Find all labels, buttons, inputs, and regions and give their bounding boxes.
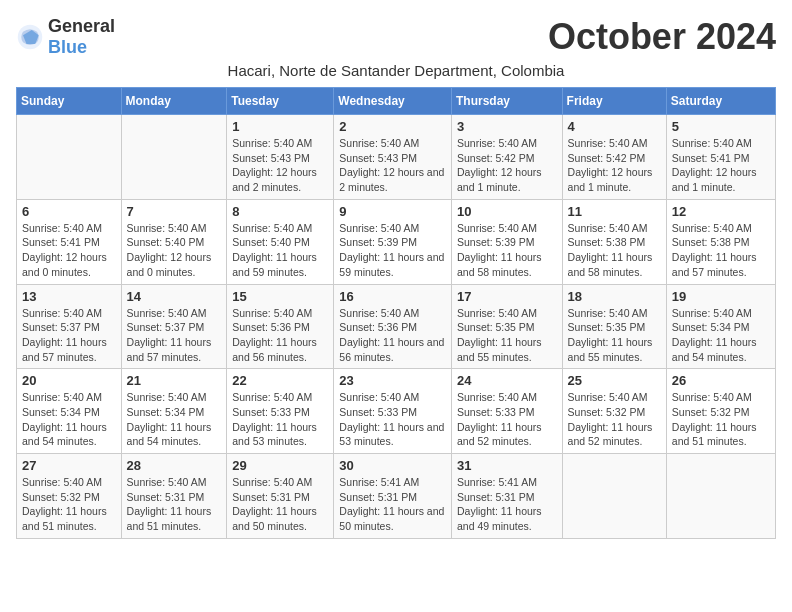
day-detail: Sunrise: 5:40 AMSunset: 5:34 PMDaylight:…	[127, 390, 222, 449]
day-detail: Sunrise: 5:41 AMSunset: 5:31 PMDaylight:…	[339, 475, 446, 534]
day-detail: Sunrise: 5:40 AMSunset: 5:33 PMDaylight:…	[339, 390, 446, 449]
calendar-header-row: SundayMondayTuesdayWednesdayThursdayFrid…	[17, 88, 776, 115]
day-detail: Sunrise: 5:40 AMSunset: 5:36 PMDaylight:…	[232, 306, 328, 365]
day-number: 4	[568, 119, 661, 134]
day-detail: Sunrise: 5:40 AMSunset: 5:41 PMDaylight:…	[672, 136, 770, 195]
day-number: 26	[672, 373, 770, 388]
calendar-cell: 2Sunrise: 5:40 AMSunset: 5:43 PMDaylight…	[334, 115, 452, 200]
day-number: 8	[232, 204, 328, 219]
calendar-cell: 14Sunrise: 5:40 AMSunset: 5:37 PMDayligh…	[121, 284, 227, 369]
logo-icon	[16, 23, 44, 51]
day-detail: Sunrise: 5:40 AMSunset: 5:35 PMDaylight:…	[568, 306, 661, 365]
header-sunday: Sunday	[17, 88, 122, 115]
day-number: 10	[457, 204, 557, 219]
day-detail: Sunrise: 5:40 AMSunset: 5:34 PMDaylight:…	[672, 306, 770, 365]
calendar-cell: 29Sunrise: 5:40 AMSunset: 5:31 PMDayligh…	[227, 454, 334, 539]
calendar-cell: 13Sunrise: 5:40 AMSunset: 5:37 PMDayligh…	[17, 284, 122, 369]
calendar-cell: 17Sunrise: 5:40 AMSunset: 5:35 PMDayligh…	[451, 284, 562, 369]
calendar-cell	[666, 454, 775, 539]
day-detail: Sunrise: 5:40 AMSunset: 5:31 PMDaylight:…	[127, 475, 222, 534]
subtitle: Hacari, Norte de Santander Department, C…	[16, 62, 776, 79]
day-detail: Sunrise: 5:40 AMSunset: 5:35 PMDaylight:…	[457, 306, 557, 365]
day-detail: Sunrise: 5:40 AMSunset: 5:38 PMDaylight:…	[672, 221, 770, 280]
calendar-cell: 30Sunrise: 5:41 AMSunset: 5:31 PMDayligh…	[334, 454, 452, 539]
calendar-cell: 23Sunrise: 5:40 AMSunset: 5:33 PMDayligh…	[334, 369, 452, 454]
day-number: 20	[22, 373, 116, 388]
calendar-week-5: 27Sunrise: 5:40 AMSunset: 5:32 PMDayligh…	[17, 454, 776, 539]
calendar-week-2: 6Sunrise: 5:40 AMSunset: 5:41 PMDaylight…	[17, 199, 776, 284]
day-number: 12	[672, 204, 770, 219]
day-number: 17	[457, 289, 557, 304]
calendar-cell: 27Sunrise: 5:40 AMSunset: 5:32 PMDayligh…	[17, 454, 122, 539]
day-detail: Sunrise: 5:40 AMSunset: 5:31 PMDaylight:…	[232, 475, 328, 534]
day-number: 7	[127, 204, 222, 219]
day-detail: Sunrise: 5:40 AMSunset: 5:33 PMDaylight:…	[457, 390, 557, 449]
month-title: October 2024	[548, 16, 776, 58]
day-detail: Sunrise: 5:41 AMSunset: 5:31 PMDaylight:…	[457, 475, 557, 534]
calendar-cell: 3Sunrise: 5:40 AMSunset: 5:42 PMDaylight…	[451, 115, 562, 200]
day-number: 16	[339, 289, 446, 304]
day-detail: Sunrise: 5:40 AMSunset: 5:39 PMDaylight:…	[457, 221, 557, 280]
day-number: 23	[339, 373, 446, 388]
day-detail: Sunrise: 5:40 AMSunset: 5:34 PMDaylight:…	[22, 390, 116, 449]
header-thursday: Thursday	[451, 88, 562, 115]
day-number: 1	[232, 119, 328, 134]
calendar-week-3: 13Sunrise: 5:40 AMSunset: 5:37 PMDayligh…	[17, 284, 776, 369]
day-detail: Sunrise: 5:40 AMSunset: 5:32 PMDaylight:…	[672, 390, 770, 449]
day-detail: Sunrise: 5:40 AMSunset: 5:32 PMDaylight:…	[568, 390, 661, 449]
header-wednesday: Wednesday	[334, 88, 452, 115]
calendar-cell: 16Sunrise: 5:40 AMSunset: 5:36 PMDayligh…	[334, 284, 452, 369]
calendar-cell: 28Sunrise: 5:40 AMSunset: 5:31 PMDayligh…	[121, 454, 227, 539]
calendar-table: SundayMondayTuesdayWednesdayThursdayFrid…	[16, 87, 776, 539]
day-number: 13	[22, 289, 116, 304]
day-number: 30	[339, 458, 446, 473]
logo-text: General Blue	[48, 16, 115, 58]
calendar-cell: 12Sunrise: 5:40 AMSunset: 5:38 PMDayligh…	[666, 199, 775, 284]
day-detail: Sunrise: 5:40 AMSunset: 5:33 PMDaylight:…	[232, 390, 328, 449]
day-number: 9	[339, 204, 446, 219]
calendar-cell	[562, 454, 666, 539]
day-number: 19	[672, 289, 770, 304]
day-detail: Sunrise: 5:40 AMSunset: 5:42 PMDaylight:…	[568, 136, 661, 195]
calendar-cell: 4Sunrise: 5:40 AMSunset: 5:42 PMDaylight…	[562, 115, 666, 200]
header-saturday: Saturday	[666, 88, 775, 115]
header-tuesday: Tuesday	[227, 88, 334, 115]
calendar-cell: 31Sunrise: 5:41 AMSunset: 5:31 PMDayligh…	[451, 454, 562, 539]
day-detail: Sunrise: 5:40 AMSunset: 5:38 PMDaylight:…	[568, 221, 661, 280]
day-number: 14	[127, 289, 222, 304]
day-detail: Sunrise: 5:40 AMSunset: 5:42 PMDaylight:…	[457, 136, 557, 195]
day-detail: Sunrise: 5:40 AMSunset: 5:39 PMDaylight:…	[339, 221, 446, 280]
day-number: 21	[127, 373, 222, 388]
calendar-cell: 5Sunrise: 5:40 AMSunset: 5:41 PMDaylight…	[666, 115, 775, 200]
day-number: 27	[22, 458, 116, 473]
day-number: 3	[457, 119, 557, 134]
calendar-cell: 26Sunrise: 5:40 AMSunset: 5:32 PMDayligh…	[666, 369, 775, 454]
day-detail: Sunrise: 5:40 AMSunset: 5:43 PMDaylight:…	[339, 136, 446, 195]
logo: General Blue	[16, 16, 115, 58]
day-number: 24	[457, 373, 557, 388]
day-number: 31	[457, 458, 557, 473]
calendar-cell: 9Sunrise: 5:40 AMSunset: 5:39 PMDaylight…	[334, 199, 452, 284]
day-detail: Sunrise: 5:40 AMSunset: 5:32 PMDaylight:…	[22, 475, 116, 534]
calendar-cell: 7Sunrise: 5:40 AMSunset: 5:40 PMDaylight…	[121, 199, 227, 284]
calendar-week-4: 20Sunrise: 5:40 AMSunset: 5:34 PMDayligh…	[17, 369, 776, 454]
day-number: 6	[22, 204, 116, 219]
calendar-cell: 24Sunrise: 5:40 AMSunset: 5:33 PMDayligh…	[451, 369, 562, 454]
day-number: 11	[568, 204, 661, 219]
day-number: 18	[568, 289, 661, 304]
calendar-cell: 18Sunrise: 5:40 AMSunset: 5:35 PMDayligh…	[562, 284, 666, 369]
calendar-cell: 15Sunrise: 5:40 AMSunset: 5:36 PMDayligh…	[227, 284, 334, 369]
day-number: 28	[127, 458, 222, 473]
day-number: 5	[672, 119, 770, 134]
calendar-week-1: 1Sunrise: 5:40 AMSunset: 5:43 PMDaylight…	[17, 115, 776, 200]
calendar-cell: 19Sunrise: 5:40 AMSunset: 5:34 PMDayligh…	[666, 284, 775, 369]
day-detail: Sunrise: 5:40 AMSunset: 5:43 PMDaylight:…	[232, 136, 328, 195]
day-number: 15	[232, 289, 328, 304]
calendar-cell: 22Sunrise: 5:40 AMSunset: 5:33 PMDayligh…	[227, 369, 334, 454]
calendar-cell: 1Sunrise: 5:40 AMSunset: 5:43 PMDaylight…	[227, 115, 334, 200]
calendar-cell: 21Sunrise: 5:40 AMSunset: 5:34 PMDayligh…	[121, 369, 227, 454]
day-detail: Sunrise: 5:40 AMSunset: 5:37 PMDaylight:…	[127, 306, 222, 365]
calendar-cell: 8Sunrise: 5:40 AMSunset: 5:40 PMDaylight…	[227, 199, 334, 284]
calendar-cell: 6Sunrise: 5:40 AMSunset: 5:41 PMDaylight…	[17, 199, 122, 284]
calendar-cell: 10Sunrise: 5:40 AMSunset: 5:39 PMDayligh…	[451, 199, 562, 284]
